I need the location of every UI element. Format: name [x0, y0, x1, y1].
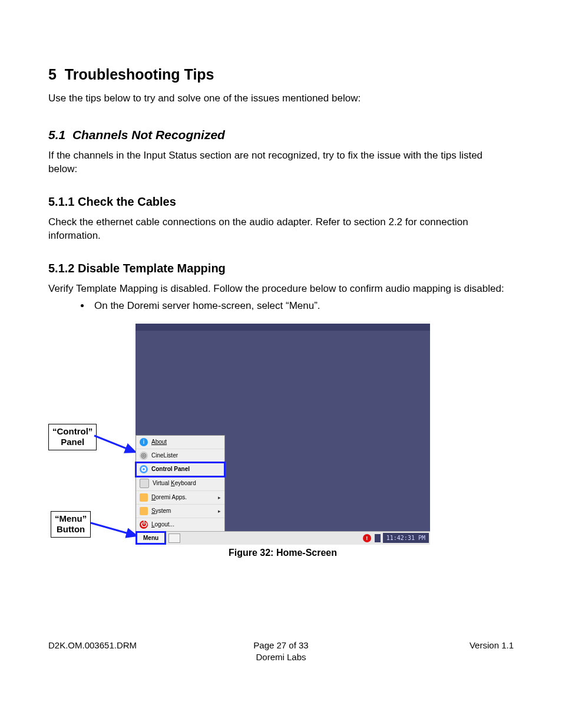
menu-item-logout[interactable]: ⏻ Logout... Logout...: [136, 518, 224, 531]
callout-control-l1: “Control”: [52, 426, 92, 436]
figure-32: “Control” Panel “Menu” Button: [48, 324, 514, 565]
para-intro: Use the tips below to try and solve one …: [48, 92, 514, 106]
keyboard-icon: [140, 479, 149, 488]
heading-5-1-2-txt: Disable Template Mapping: [78, 262, 226, 275]
taskbar-clock: 11:42:31 PM: [383, 533, 429, 543]
menu-item-system[interactable]: System ▸ System: [136, 505, 224, 518]
menu-item-doremi-apps[interactable]: Doremi Apps. ▸ Doremi Apps.: [136, 491, 224, 505]
para-5-1-1: Check the ethernet cable connections on …: [48, 216, 514, 243]
figure-caption: Figure 32: Home-Screen: [135, 546, 430, 559]
heading-5-1-1: 5.1.1 Check the Cables: [48, 194, 514, 210]
para-5-1-2: Verify Template Mapping is disabled. Fol…: [48, 282, 514, 296]
footer-doc-id: D2K.OM.003651.DRM: [48, 640, 203, 651]
gear-icon: [140, 465, 148, 473]
menu-item-about-label: About: [151, 439, 167, 445]
tray-separator: [375, 534, 381, 542]
submenu-arrow-icon: ▸: [218, 508, 221, 515]
svg-line-1: [91, 523, 137, 536]
info-icon: i: [140, 438, 148, 446]
footer-version: Version 1.1: [359, 640, 514, 651]
home-screen-screenshot: i About ◎ CineLister Control Panel Virtu…: [135, 324, 430, 545]
folder-icon: [140, 507, 148, 515]
menu-item-about[interactable]: i About: [136, 436, 224, 449]
bullet-list: On the Doremi server home-screen, select…: [48, 299, 514, 313]
warning-icon[interactable]: !: [363, 534, 371, 542]
taskbar-app-button[interactable]: [168, 533, 180, 543]
menu-item-control-panel-label: Control Panel: [151, 465, 190, 473]
menu-item-control-panel[interactable]: Control Panel: [136, 463, 224, 476]
menu-item-virtual-keyboard[interactable]: Virtual Keyboard Virtual Keyboard: [136, 476, 224, 491]
start-menu-popup: i About ◎ CineLister Control Panel Virtu…: [135, 435, 225, 532]
heading-5-txt: Troubleshooting Tips: [65, 66, 214, 83]
callout-control-l2: Panel: [61, 437, 84, 447]
footer-company: Doremi Labs: [256, 652, 306, 662]
callout-menu-button: “Menu” Button: [51, 511, 91, 538]
heading-5-num: 5: [48, 66, 57, 83]
callout-control-panel: “Control” Panel: [48, 424, 97, 451]
submenu-arrow-icon: ▸: [218, 494, 221, 501]
heading-5-1-2: 5.1.2 Disable Template Mapping: [48, 261, 514, 276]
menu-item-cinelister[interactable]: ◎ CineLister: [136, 449, 224, 463]
callout-menu-l2: Button: [57, 524, 85, 534]
heading-5-1-1-num: 5.1.1: [48, 195, 74, 208]
heading-5-1: 5.1 Channels Not Recognized: [48, 127, 514, 143]
heading-5-1-2-num: 5.1.2: [48, 262, 74, 275]
para-5-1: If the channels in the Input Status sect…: [48, 149, 514, 176]
heading-5: 5 Troubleshooting Tips: [48, 65, 514, 85]
menu-item-cinelister-label: CineLister: [151, 452, 178, 460]
menu-button[interactable]: Menu: [137, 532, 165, 544]
callout-menu-l1: “Menu”: [55, 513, 87, 523]
page-footer: D2K.OM.003651.DRM Page 27 of 33 Doremi L…: [48, 640, 514, 664]
bullet-1: On the Doremi server home-screen, select…: [91, 299, 514, 313]
arrow-to-control-panel: [94, 430, 141, 459]
film-reel-icon: ◎: [140, 452, 148, 460]
footer-center: Page 27 of 33 Doremi Labs: [203, 640, 358, 664]
heading-5-1-num: 5.1: [48, 128, 65, 141]
power-icon: ⏻: [140, 521, 148, 529]
footer-page-number: Page 27 of 33: [253, 640, 308, 650]
folder-icon: [140, 493, 148, 502]
heading-5-1-1-txt: Check the Cables: [78, 195, 176, 208]
svg-line-0: [94, 436, 135, 452]
taskbar: Menu ! 11:42:31 PM: [135, 531, 430, 545]
heading-5-1-txt: Channels Not Recognized: [72, 128, 225, 141]
